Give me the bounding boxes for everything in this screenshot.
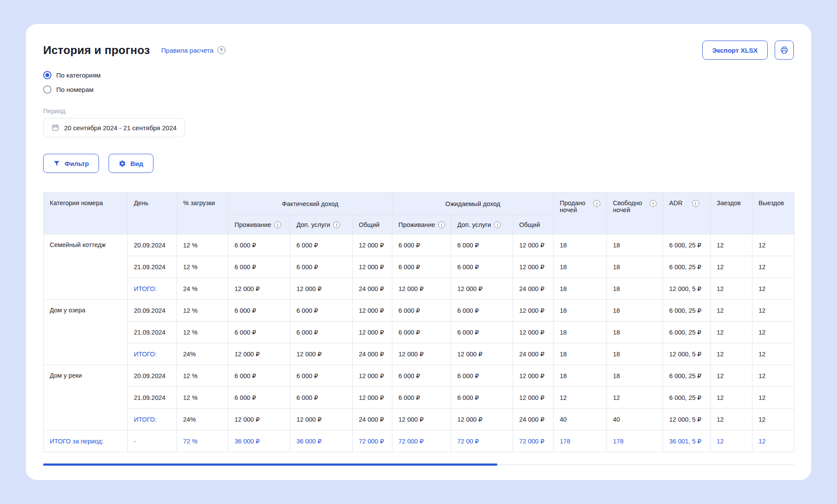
day-cell: 21.09.2024 [128,256,177,278]
arrivals-cell: 12 [711,365,752,387]
calculation-rules-link[interactable]: Правила расчета ? [161,46,225,54]
departures-cell: 12 [752,430,794,452]
extra-services-label: Доп. услуги [457,221,491,228]
expected-extra-services-cell: 6 000 ₽ [451,321,513,343]
info-icon[interactable]: i [650,200,657,207]
expected-accommodation-cell: 12 000 ₽ [392,343,451,365]
day-cell: ИТОГО: [128,409,177,430]
col-header-actual-extra-services: Доп. услугиi [290,215,353,234]
period-value: 20 сентября 2024 - 21 сентября 2024 [64,124,177,132]
actual-accommodation-cell: 6 000 ₽ [228,387,290,409]
sold-nights-cell: 40 [554,409,607,430]
col-header-day: День [128,193,177,234]
actual-total-cell: 24 000 ₽ [353,343,392,365]
radio-by-categories-label: По категориям [56,71,101,79]
period-section: Период 20 сентября 2024 - 21 сентября 20… [43,108,794,137]
arrivals-cell: 12 [711,387,752,409]
expected-total-cell: 12 000 ₽ [513,300,554,321]
view-settings-button[interactable]: Вид [109,154,153,173]
departures-cell: 12 [752,278,794,300]
info-icon[interactable]: i [438,221,445,228]
expected-extra-services-cell: 12 000 ₽ [451,409,513,430]
expected-total-cell: 12 000 ₽ [513,365,554,387]
radio-unselected-icon [43,85,51,94]
table-header: Категория номера День % загрузки Фактиче… [44,193,794,234]
col-header-actual-accommodation: Проживаниеi [228,215,290,234]
actual-extra-services-cell: 6 000 ₽ [290,365,353,387]
extra-services-label: Доп. услуги [296,221,330,228]
expected-extra-services-cell: 6 000 ₽ [451,234,513,256]
printer-icon [780,46,789,54]
calculation-rules-label: Правила расчета [161,47,214,54]
expected-extra-services-cell: 6 000 ₽ [451,300,513,321]
arrivals-cell: 12 [711,409,752,430]
free-nights-cell: 18 [607,365,663,387]
departures-cell: 12 [752,321,794,343]
expected-total-cell: 12 000 ₽ [513,321,554,343]
info-icon[interactable]: i [593,200,600,207]
expected-extra-services-cell: 72 00 ₽ [451,430,513,452]
actual-total-cell: 12 000 ₽ [353,321,392,343]
actual-total-cell: 12 000 ₽ [353,234,392,256]
adr-cell: 6 000, 25 ₽ [663,387,711,409]
scrollbar-thumb[interactable] [43,463,497,466]
adr-cell: 6 000, 25 ₽ [663,256,711,278]
departures-cell: 12 [752,409,794,430]
calendar-icon [51,124,59,132]
print-button[interactable] [775,41,794,60]
filter-button[interactable]: Фильтр [43,154,99,173]
adr-cell: 36 001, 5 ₽ [663,430,711,452]
expected-extra-services-cell: 6 000 ₽ [451,365,513,387]
free-nights-cell: 18 [607,278,663,300]
load-cell: 12 % [177,387,228,409]
table-header-row-main: Категория номера День % загрузки Фактиче… [44,193,794,215]
actual-accommodation-cell: 6 000 ₽ [228,234,290,256]
info-icon[interactable]: i [692,200,699,207]
expected-total-cell: 24 000 ₽ [513,278,554,300]
departures-cell: 12 [752,234,794,256]
period-date-range-picker[interactable]: 20 сентября 2024 - 21 сентября 2024 [43,118,185,137]
filter-button-label: Фильтр [65,160,89,167]
category-cell: Дом у реки [44,365,128,430]
col-header-departures: Выездов [752,193,794,234]
col-group-actual-income: Фактический доход [228,193,392,215]
adr-cell: 12 000, 5 ₽ [663,409,711,430]
actual-total-cell: 72 000 ₽ [353,430,392,452]
expected-accommodation-cell: 6 000 ₽ [392,387,451,409]
col-header-sold-nights: Продано ночейi [554,193,607,234]
actual-extra-services-cell: 36 000 ₽ [290,430,353,452]
table-row: Дом у озера20.09.202412 %6 000 ₽6 000 ₽1… [44,300,794,321]
actual-accommodation-cell: 36 000 ₽ [228,430,290,452]
sold-nights-cell: 12 [554,387,607,409]
radio-selected-icon [43,71,51,79]
arrivals-cell: 12 [711,430,752,452]
accommodation-label: Проживание [398,221,435,228]
departures-cell: 12 [752,300,794,321]
col-header-arrivals: Заездов [711,193,752,234]
accommodation-label: Проживание [235,221,271,228]
info-icon[interactable]: i [333,221,340,228]
top-actions: Экспорт XLSX [702,41,794,60]
table-row: 21.09.202412 %6 000 ₽6 000 ₽12 000 ₽6 00… [44,256,794,278]
sold-nights-cell: 18 [554,321,607,343]
radio-by-rooms[interactable]: По номерам [43,85,94,94]
export-xlsx-button[interactable]: Экспорт XLSX [702,41,768,60]
expected-accommodation-cell: 6 000 ₽ [392,365,451,387]
page-background: История и прогноз Правила расчета ? Эксп… [0,0,837,504]
actual-accommodation-cell: 12 000 ₽ [228,278,290,300]
sold-nights-cell: 18 [554,300,607,321]
group-total-row: ИТОГО:24%12 000 ₽12 000 ₽24 000 ₽12 000 … [44,409,794,430]
radio-by-categories[interactable]: По категориям [43,71,101,79]
actual-accommodation-cell: 12 000 ₽ [228,409,290,430]
departures-cell: 12 [752,387,794,409]
adr-cell: 12 000, 5 ₽ [663,343,711,365]
arrivals-cell: 12 [711,256,752,278]
help-icon[interactable]: ? [218,46,225,54]
actual-extra-services-cell: 6 000 ₽ [290,256,353,278]
load-cell: 12 % [177,256,228,278]
info-icon[interactable]: i [274,221,281,228]
info-icon[interactable]: i [494,221,501,228]
horizontal-scrollbar[interactable] [43,463,794,466]
sold-nights-cell: 18 [554,365,607,387]
actual-total-cell: 12 000 ₽ [353,300,392,321]
